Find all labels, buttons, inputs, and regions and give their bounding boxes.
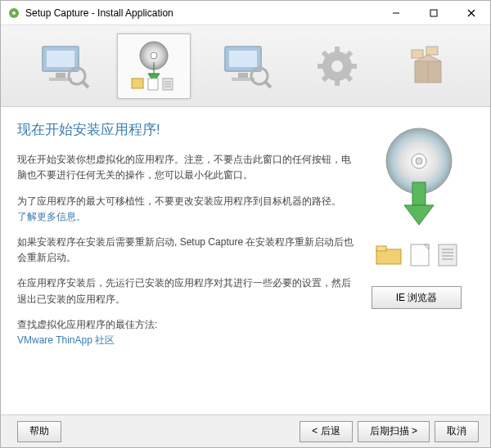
community-link[interactable]: VMware ThinApp 社区 (17, 334, 115, 346)
svg-rect-15 (148, 78, 158, 90)
ie-browser-button[interactable]: IE 浏览器 (372, 286, 462, 309)
close-button[interactable] (453, 1, 490, 25)
minimize-button[interactable] (377, 1, 415, 25)
app-icon (7, 7, 20, 20)
instruction-text: 现在开始安装应用程序! 现在开始安装你想虚拟化的应用程序。注意，不要点击此窗口的… (17, 119, 359, 406)
text-file-icon (437, 243, 458, 270)
paragraph-2: 为了应用程序的最大可移植性，不要更改安装应用程序到目标机器的路径。 (17, 195, 341, 207)
svg-point-13 (151, 52, 157, 59)
svg-rect-3 (430, 10, 437, 16)
paragraph-5: 查找虚拟化应用程序的最佳方法: (17, 319, 157, 330)
page-heading: 现在开始安装应用程序! (17, 119, 359, 141)
illustration-panel: IE 浏览器 (359, 119, 474, 406)
svg-rect-8 (56, 73, 65, 78)
step-settings-icon (300, 34, 374, 99)
step-icon-bar (1, 25, 490, 107)
svg-rect-28 (335, 47, 340, 53)
folder-icon (375, 243, 403, 270)
file-type-icons (375, 243, 458, 270)
svg-point-43 (416, 158, 422, 164)
svg-rect-14 (132, 78, 143, 88)
svg-line-25 (264, 81, 271, 87)
svg-rect-31 (350, 64, 357, 69)
cancel-button[interactable]: 取消 (435, 421, 479, 442)
help-button[interactable]: 帮助 (17, 421, 61, 442)
footer-buttons: 帮助 < 后退 后期扫描 > 取消 (1, 414, 490, 447)
svg-line-11 (82, 81, 88, 87)
svg-rect-39 (412, 50, 423, 58)
svg-rect-47 (376, 246, 386, 251)
maximize-button[interactable] (415, 1, 453, 25)
window-controls (377, 1, 490, 25)
step-postscan-icon (209, 34, 282, 99)
step-prescan-icon (26, 34, 100, 99)
disc-install-graphic (363, 125, 470, 240)
svg-rect-44 (412, 182, 426, 205)
svg-rect-29 (335, 79, 340, 86)
svg-marker-45 (404, 205, 434, 225)
document-icon (409, 243, 430, 270)
paragraph-3: 如果安装程序在安装后需要重新启动, Setup Capture 在安装程序重新启… (17, 235, 359, 266)
back-button[interactable]: < 后退 (300, 421, 352, 442)
svg-rect-21 (229, 51, 257, 67)
window-title: Setup Capture - Install Application (25, 7, 377, 19)
paragraph-1: 现在开始安装你想虚拟化的应用程序。注意，不要点击此窗口的任何按钮，电脑也不要进行… (17, 152, 359, 183)
svg-rect-46 (376, 249, 401, 264)
svg-rect-50 (439, 244, 457, 266)
learn-more-link[interactable]: 了解更多信息。 (17, 211, 86, 222)
step-package-icon (391, 34, 465, 99)
svg-rect-30 (318, 64, 324, 69)
svg-rect-40 (426, 47, 438, 55)
svg-point-27 (331, 60, 343, 72)
setup-capture-window: Setup Capture - Install Application (0, 0, 491, 448)
svg-rect-7 (47, 51, 74, 67)
content-area: 现在开始安装应用程序! 现在开始安装你想虚拟化的应用程序。注意，不要点击此窗口的… (1, 107, 490, 414)
step-install-icon (117, 34, 191, 99)
svg-point-1 (12, 11, 16, 15)
paragraph-4: 在应用程序安装后，先运行已安装的应用程序对其进行一些必要的设置，然后退出已安装的… (17, 276, 359, 307)
svg-rect-48 (411, 244, 429, 266)
postscan-button[interactable]: 后期扫描 > (358, 421, 430, 442)
svg-rect-22 (238, 73, 248, 78)
titlebar: Setup Capture - Install Application (1, 1, 490, 25)
